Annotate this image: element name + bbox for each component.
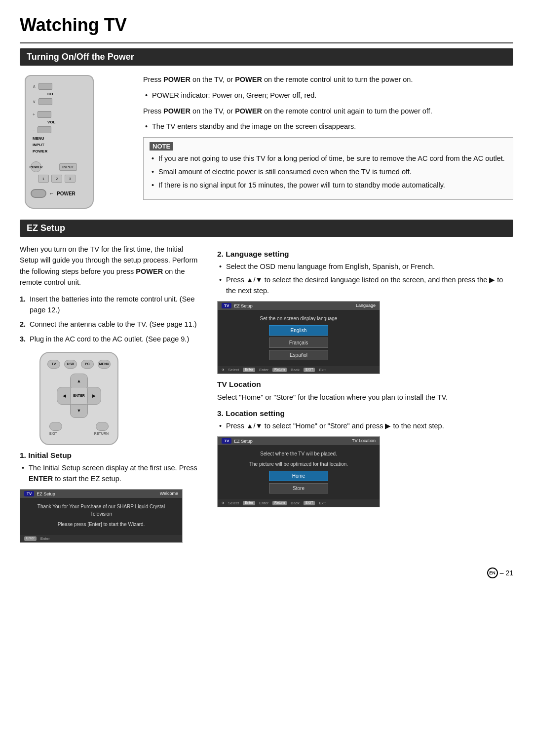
- screen3-enter-label: Enter: [259, 501, 268, 505]
- input-label-side: INPUT: [33, 143, 88, 147]
- ez-right-col: 2. Language setting Select the OSD menu …: [217, 244, 513, 548]
- screen3-exit-badge: EXIT: [304, 501, 315, 505]
- exit-btn: [49, 422, 62, 431]
- para1-mid: on the TV, or: [190, 76, 235, 83]
- screen-mockup-3: TV EZ Setup TV Location Select where the…: [217, 436, 380, 507]
- section1-header: Turning On/Off the Power: [20, 48, 513, 66]
- return-btn: [96, 422, 109, 431]
- remote-menu-btn: MENU: [98, 360, 111, 369]
- note-bullet-1: If you are not going to use this TV for …: [150, 153, 507, 164]
- note-bullets: If you are not going to use this TV for …: [150, 153, 507, 190]
- dpad-up: ▲: [70, 374, 88, 388]
- remote-usb-btn: USB: [64, 360, 77, 369]
- tv-panel-bottom: POWER INPUT 1 2 3 ← POWER: [31, 159, 88, 198]
- step2-bullets: Select the OSD menu language from Englis…: [217, 262, 513, 296]
- section1-text: Press POWER on the TV, or POWER on the r…: [143, 73, 513, 209]
- para1-suffix: on the remote control unit to turn the p…: [262, 76, 413, 83]
- title-divider: [20, 42, 513, 43]
- ch-up-btn: [38, 83, 52, 90]
- screen2-option-spanish: Español: [269, 350, 328, 360]
- remote-top-buttons: TV USB PC MENU: [45, 360, 113, 369]
- screen2-option-english: English: [269, 325, 328, 336]
- step2-label: Language setting: [226, 250, 289, 258]
- section2-header: EZ Setup: [20, 220, 513, 237]
- note-bullet-3: If there is no signal input for 15 minut…: [150, 180, 507, 191]
- screen2-return-badge: Return: [272, 368, 287, 372]
- screen3-exit-label: Exit: [319, 501, 325, 505]
- page-title: Watching TV: [20, 15, 513, 36]
- tv-location-title: TV Location: [217, 380, 513, 389]
- power-oval-btn: [31, 189, 46, 198]
- dpad-enter: ENTER: [70, 387, 88, 405]
- ch-down-row: ∨: [33, 98, 88, 105]
- screen3-tv-badge: TV: [222, 438, 231, 444]
- tv-image-col: ∧ CH ∨ + VOL –: [20, 73, 128, 209]
- screen1-enter-badge: Enter: [24, 536, 37, 541]
- screen1-enter-label: Enter: [40, 536, 50, 541]
- remote-dpad: ▲ ▼ ◀ ▶ ENTER: [57, 374, 101, 418]
- dpad-left: ◀: [57, 387, 72, 405]
- step2-bullet-1: Select the OSD menu language from Englis…: [217, 262, 513, 272]
- screen3-return-label: Back: [291, 501, 300, 505]
- ch-up-row: ∧: [33, 83, 88, 90]
- ez-left-col: When you turn on the TV for the first ti…: [20, 244, 202, 548]
- remote-btn-labels: EXIT RETURN: [45, 432, 113, 435]
- step1-number: 1.: [20, 451, 26, 459]
- step1-title: 1. Initial Setup: [20, 451, 202, 460]
- screen1-top-right: Welcome: [160, 491, 178, 496]
- screen2-ez-label: EZ Setup: [234, 303, 253, 308]
- ch-down-btn: [38, 98, 52, 105]
- vol-down-row: –: [33, 126, 88, 133]
- vol-up-row: +: [33, 111, 88, 118]
- section1-body: ∧ CH ∨ + VOL –: [20, 73, 513, 209]
- para2: Press POWER on the TV, or POWER on the r…: [143, 106, 513, 117]
- remote-body: TV USB PC MENU ▲ ▼ ◀ ▶ ENTER: [39, 352, 118, 445]
- screen3-bottom: ⬗ Select Enter Enter Return Back EXIT Ex…: [218, 499, 380, 507]
- power-btn-row: ← POWER: [31, 189, 76, 198]
- screen3-select-label: Select: [228, 501, 239, 505]
- remote-pc-btn: PC: [81, 360, 94, 369]
- screen2-select-label: Select: [228, 368, 239, 372]
- screen2-exit-label: Exit: [319, 368, 325, 372]
- screen3-select-icon: ⬗: [222, 501, 224, 505]
- note-bullet-2: Small amount of electric power is still …: [150, 167, 507, 178]
- step3-bullet-1: Press ▲/▼ to select "Home" or "Store" an…: [217, 421, 513, 432]
- para1: Press POWER on the TV, or POWER on the r…: [143, 75, 513, 85]
- step3-title: 3. Location setting: [217, 409, 513, 418]
- step-text-2: Connect the antenna cable to the TV. (Se…: [30, 320, 197, 328]
- power-arrow: ←: [49, 190, 54, 196]
- step2-title: 2. Language setting: [217, 250, 513, 259]
- tv-panel: ∧ CH ∨ + VOL –: [25, 75, 94, 209]
- ez-intro: When you turn on the TV for the first ti…: [20, 244, 202, 288]
- screen2-enter-badge: Enter: [243, 368, 255, 372]
- return-label: RETURN: [94, 432, 109, 435]
- para1-prefix: Press: [143, 76, 163, 83]
- screen1-top-bar: TV EZ Setup Welcome: [20, 490, 182, 498]
- remote-tv-btn: TV: [47, 360, 60, 369]
- exit-label: EXIT: [49, 432, 57, 435]
- en-circle: EN: [487, 567, 498, 578]
- power-label-side: POWER: [33, 149, 88, 153]
- para2-mid: on the TV, or: [190, 107, 235, 115]
- step3-number: 3.: [217, 409, 224, 417]
- step1-label: Initial Setup: [28, 451, 72, 459]
- vol-up-btn: [38, 111, 51, 118]
- tv-panel-buttons: ∧ CH ∨ + VOL –: [33, 83, 88, 153]
- num-btn-3: 3: [65, 175, 76, 183]
- screen3-return-badge: Return: [272, 501, 287, 505]
- step3-bullets: Press ▲/▼ to select "Home" or "Store" an…: [217, 421, 513, 432]
- screen-mockup-1: TV EZ Setup Welcome Thank You for Your P…: [20, 489, 183, 543]
- screen-mockup-2: TV EZ Setup Language Set the on-screen d…: [217, 301, 380, 374]
- para2-suffix: on the remote control unit again to turn…: [262, 107, 432, 115]
- step-text-3: Plug in the AC cord to the AC outlet. (S…: [30, 335, 189, 343]
- screen2-option-french: Français: [269, 338, 328, 348]
- screen2-top-bar: TV EZ Setup Language: [218, 302, 380, 310]
- para2-prefix: Press: [143, 107, 163, 115]
- tv-location-text: Select "Home" or "Store" for the locatio…: [217, 392, 513, 403]
- screen2-return-label: Back: [291, 368, 300, 372]
- step-num-1: 1.: [20, 294, 26, 305]
- screen3-ez-label: EZ Setup: [234, 439, 253, 444]
- para2-bold1: POWER: [163, 107, 190, 115]
- para2-bold2: POWER: [235, 107, 262, 115]
- screen2-tv-badge: TV: [222, 303, 231, 308]
